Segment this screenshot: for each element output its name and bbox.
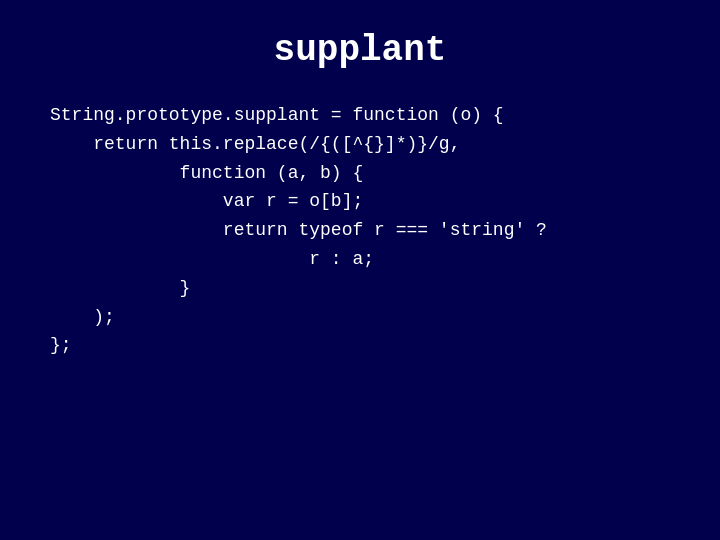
code-line-7: }	[50, 278, 190, 298]
code-line-2: return this.replace(/{([^{}]*)}/g,	[50, 134, 460, 154]
code-line-9: };	[50, 335, 72, 355]
code-line-4: var r = o[b];	[50, 191, 363, 211]
code-line-3: function (a, b) {	[50, 163, 363, 183]
code-line-1: String.prototype.supplant = function (o)…	[50, 105, 504, 125]
page-title: supplant	[50, 30, 670, 71]
code-line-6: r : a;	[50, 249, 374, 269]
code-block: String.prototype.supplant = function (o)…	[50, 101, 670, 360]
code-line-8: );	[50, 307, 115, 327]
page-container: supplant String.prototype.supplant = fun…	[0, 0, 720, 540]
code-line-5: return typeof r === 'string' ?	[50, 220, 547, 240]
